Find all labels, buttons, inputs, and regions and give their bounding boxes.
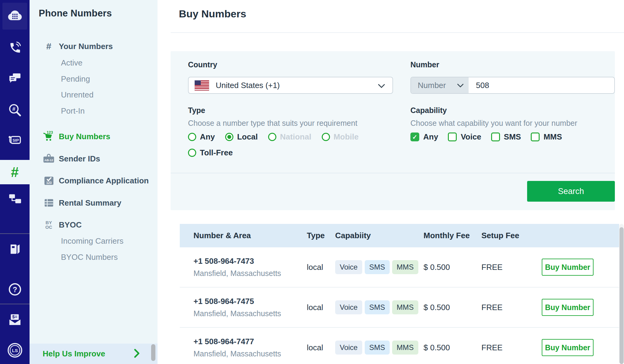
- help-icon: ?: [7, 282, 23, 297]
- rail-item-flow[interactable]: [0, 189, 30, 208]
- area-name: Mansfield, Massachusetts: [193, 309, 307, 318]
- sidebar-scrollbar-thumb[interactable]: [151, 344, 155, 361]
- chevron-down-icon: [378, 84, 385, 88]
- rail-item-sip-trunking[interactable]: SIP: [0, 130, 30, 150]
- sidebar-item-your-numbers[interactable]: # Your Numbers: [30, 40, 158, 53]
- icon-rail: # SIP #: [0, 0, 30, 364]
- phone-icon: [7, 41, 23, 56]
- number-type: local: [307, 303, 335, 312]
- svg-text:LS: LS: [12, 348, 18, 353]
- sidebar-item-compliance-application[interactable]: 123 Compliance Application: [30, 174, 158, 187]
- rail-divider: [0, 304, 30, 304]
- phone-number: +1 508-964-7477: [193, 337, 307, 346]
- column-header: Capabiity: [335, 231, 424, 240]
- svg-text:123: 123: [46, 181, 52, 185]
- checkbox-capability-voice[interactable]: Voice: [448, 132, 481, 142]
- compliance-icon: 123: [42, 175, 56, 187]
- number-search-input[interactable]: 508: [469, 77, 614, 93]
- checkbox-capability-mms[interactable]: MMS: [531, 132, 562, 142]
- capability-badge-mms: MMS: [392, 300, 418, 314]
- radio-icon: [188, 133, 196, 141]
- checkbox-capability-sms[interactable]: SMS: [491, 132, 521, 142]
- search-hash-icon: #: [7, 102, 23, 118]
- radio-icon: [268, 133, 276, 141]
- sidebar-item-buy-numbers[interactable]: 123 Buy Numbers: [30, 130, 158, 143]
- app-logo[interactable]: [2, 3, 27, 30]
- sidebar-phone-numbers: Phone Numbers # Your Numbers Active Pend…: [30, 0, 158, 364]
- table-list-icon: [42, 197, 56, 209]
- rail-item-search-numbers[interactable]: #: [0, 101, 30, 120]
- search-button[interactable]: Search: [527, 181, 615, 202]
- type-radio-group: Any Local National Mobile: [188, 132, 359, 142]
- table-header-row: Number & Area Type Capabiity Monthly Fee…: [180, 224, 619, 247]
- radio-type-mobile[interactable]: Mobile: [322, 132, 359, 142]
- sidebar-item-byoc-numbers[interactable]: BYOC Numbers: [61, 251, 118, 263]
- type-hint: Choose a number type that suits your req…: [188, 119, 357, 128]
- sidebar-item-rental-summary[interactable]: Rental Summary: [30, 196, 158, 210]
- buy-number-button[interactable]: Buy Number: [542, 339, 594, 356]
- radio-type-toll-free[interactable]: Toll-Free: [188, 148, 233, 157]
- radio-type-any[interactable]: Any: [188, 132, 215, 142]
- table-scrollbar-thumb[interactable]: [619, 227, 624, 364]
- sidebar-item-active[interactable]: Active: [61, 57, 83, 69]
- hash-icon: #: [42, 41, 56, 51]
- panel-divider: [171, 173, 615, 173]
- area-name: Mansfield, Massachusetts: [193, 349, 307, 358]
- rail-item-billing[interactable]: $=: [0, 310, 30, 330]
- sidebar-item-pending[interactable]: Pending: [61, 73, 90, 85]
- help-us-improve-banner[interactable]: Help Us Improve: [30, 344, 158, 364]
- capability-badge-sms: SMS: [365, 341, 390, 355]
- country-label: Country: [188, 60, 217, 69]
- radio-icon: [188, 149, 196, 157]
- cloud-dialpad-icon: [6, 7, 24, 25]
- number-type: local: [307, 343, 335, 352]
- buy-number-button[interactable]: Buy Number: [542, 299, 594, 316]
- sidebar-item-port-in[interactable]: Port-In: [61, 105, 85, 117]
- sidebar-item-incoming-carriers[interactable]: Incoming Carriers: [61, 235, 123, 247]
- type-radio-group-row2: Toll-Free: [188, 148, 233, 157]
- sidebar-item-byoc[interactable]: BY OC BYOC: [30, 218, 158, 231]
- byoc-icon: BY OC: [42, 220, 56, 229]
- rail-item-messaging[interactable]: [0, 69, 30, 88]
- capability-badge-mms: MMS: [392, 260, 418, 274]
- capability-badge-voice: Voice: [335, 341, 362, 355]
- capability-checkbox-group: ✓ Any Voice SMS MMS: [410, 132, 562, 142]
- buy-number-button[interactable]: Buy Number: [542, 259, 594, 276]
- sidebar-item-sender-ids[interactable]: AB-12 Sender IDs: [30, 152, 158, 165]
- rail-item-voice[interactable]: [0, 38, 30, 58]
- capability-badge-mms: MMS: [392, 341, 418, 355]
- table-row: +1 508-964-7477 Mansfield, Massachusetts…: [180, 328, 619, 364]
- capability-badge-sms: SMS: [365, 300, 390, 314]
- column-header: Type: [307, 231, 335, 240]
- svg-text:123: 123: [47, 130, 53, 135]
- svg-text:$=: $=: [12, 314, 17, 319]
- monthly-fee: $ 0.500: [424, 343, 481, 352]
- rail-item-help[interactable]: ?: [0, 280, 30, 299]
- header-divider: [171, 32, 624, 33]
- rail-item-docs[interactable]: [0, 239, 30, 259]
- radio-type-national[interactable]: National: [268, 132, 311, 142]
- phone-number: +1 508-964-7475: [193, 297, 307, 306]
- setup-fee: FREE: [481, 263, 542, 272]
- setup-fee: FREE: [481, 303, 542, 312]
- phone-number: +1 508-964-7473: [193, 256, 307, 266]
- hash-icon: #: [11, 164, 19, 180]
- sidebar-item-unrented[interactable]: Unrented: [61, 89, 94, 101]
- checkbox-capability-any[interactable]: ✓ Any: [410, 132, 438, 142]
- number-search-input-group: Number 508: [410, 77, 615, 94]
- rail-item-phone-numbers-active[interactable]: #: [0, 160, 30, 184]
- number-mode-select[interactable]: Number: [411, 77, 469, 93]
- avatar-icon: LS: [7, 342, 23, 359]
- number-label: Number: [410, 60, 439, 69]
- checkbox-icon: [531, 133, 540, 141]
- sidebar-title: Phone Numbers: [39, 8, 112, 19]
- billing-envelope-icon: $=: [7, 312, 23, 327]
- radio-type-local[interactable]: Local: [225, 132, 258, 142]
- capability-badge-voice: Voice: [335, 300, 362, 314]
- country-select[interactable]: United States (+1): [188, 77, 393, 94]
- user-avatar[interactable]: LS: [0, 341, 30, 360]
- sip-icon: SIP: [7, 132, 23, 148]
- cart-icon: 123: [42, 130, 56, 143]
- chevron-down-icon: [457, 83, 464, 88]
- capability-badge-sms: SMS: [365, 260, 390, 274]
